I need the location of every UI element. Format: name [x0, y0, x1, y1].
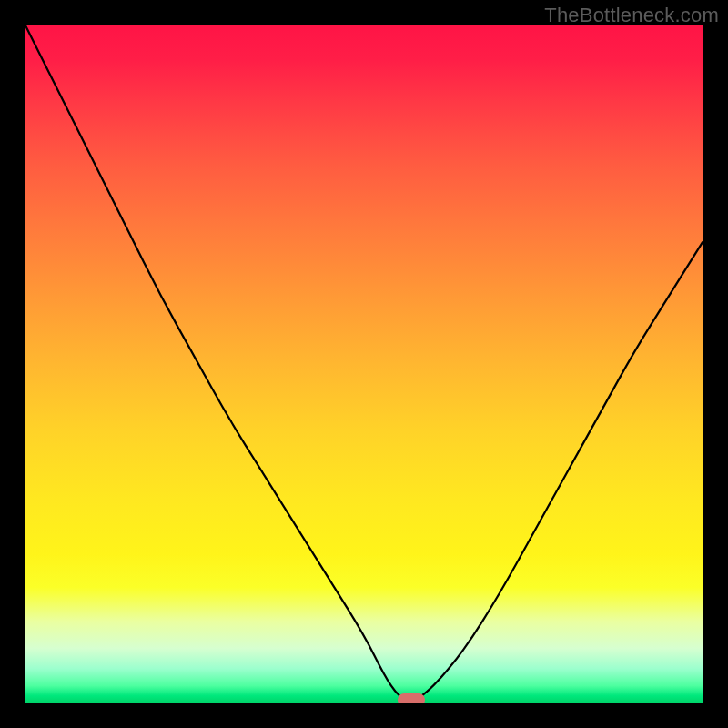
chart-frame: TheBottleneck.com: [0, 0, 728, 728]
watermark-text: TheBottleneck.com: [544, 4, 719, 27]
plot-area: [25, 25, 703, 703]
bottleneck-curve: [25, 25, 703, 703]
optimal-point-marker: [398, 693, 425, 703]
